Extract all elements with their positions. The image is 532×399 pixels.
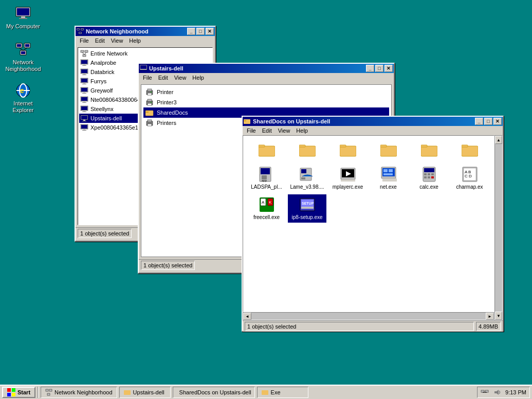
start-windows-icon: [7, 388, 15, 396]
shareddocs-menu-file[interactable]: File: [244, 126, 259, 135]
desktop-icon-ie[interactable]: e Internet Explorer: [5, 82, 41, 114]
svg-rect-36: [81, 79, 87, 82]
network-neighborhood-label: Network Neighborhood: [5, 59, 41, 72]
svg-rect-63: [148, 93, 152, 95]
network-titlebar[interactable]: Network Neighborhood _ □ ✕: [76, 27, 215, 36]
taskbar-item-exe[interactable]: Exe: [257, 387, 308, 398]
svg-rect-133: [301, 207, 314, 209]
upstairs-title-icon: [140, 65, 147, 72]
upstairs-status-text: 1 object(s) selected: [143, 262, 192, 268]
printer3-icon: [145, 98, 154, 106]
folder-6[interactable]: [450, 140, 489, 162]
network-icon: [15, 41, 31, 58]
file-ladspa[interactable]: app LADSPA_pl...: [247, 164, 286, 192]
upstairs-minimize-btn[interactable]: _: [366, 65, 374, 72]
network-minimize-btn[interactable]: _: [187, 28, 195, 35]
svg-rect-30: [82, 65, 86, 66]
folder-1[interactable]: [247, 140, 286, 162]
shareddocs-titlebar[interactable]: SharedDocs on Upstairs-dell _ □ ✕: [243, 117, 503, 126]
printer3-label: Printer3: [157, 99, 177, 105]
folder-4[interactable]: [369, 140, 408, 162]
svg-rect-48: [81, 106, 87, 110]
network-menu-file[interactable]: File: [77, 37, 92, 45]
upstairs-menu-help[interactable]: Help: [189, 74, 207, 82]
svg-rect-143: [262, 390, 268, 395]
upstairs-dell-icon: [80, 114, 88, 122]
svg-rect-106: [341, 179, 355, 182]
shareddocs-vscrollbar[interactable]: ▲ ▼: [494, 135, 503, 320]
upstairs-status-panel: 1 object(s) selected: [141, 261, 195, 270]
shareddocs-menu-help[interactable]: Help: [293, 126, 311, 135]
hscroll-track[interactable]: [251, 313, 486, 320]
printer-label: Printer: [157, 89, 173, 95]
vscroll-up-btn[interactable]: ▲: [495, 136, 502, 144]
upstairs-menu-file[interactable]: File: [140, 74, 155, 82]
upstairs-titlebar[interactable]: Upstairs-dell _ □ ✕: [139, 64, 394, 73]
file-mplayerc[interactable]: mplayerc.exe: [328, 164, 367, 192]
file-ip8-setup[interactable]: SETUP ip8-setup.exe: [288, 194, 326, 223]
taskbar-item-upstairs[interactable]: Upstairs-dell: [119, 387, 171, 398]
svg-text:SETUP: SETUP: [302, 202, 314, 205]
file-charmap[interactable]: A B C D charmap.ex: [450, 164, 489, 192]
folder-3[interactable]: [328, 140, 367, 162]
ip8-setup-icon: SETUP: [299, 196, 316, 213]
folder-5[interactable]: [410, 140, 448, 162]
upstairs-menu-edit[interactable]: Edit: [155, 74, 171, 82]
greywolf-label: Greywolf: [90, 87, 113, 94]
shareddocs-maximize-btn[interactable]: □: [484, 118, 492, 125]
hscroll-left-btn[interactable]: ◄: [243, 313, 251, 320]
taskbar-item-shareddocs[interactable]: SharedDocs on Upstairs-dell: [173, 387, 255, 398]
folder-2[interactable]: [288, 140, 326, 162]
desktop-icon-network[interactable]: Network Neighborhood: [5, 41, 41, 72]
network-menu-edit[interactable]: Edit: [92, 37, 108, 45]
hscroll-right-btn[interactable]: ►: [486, 313, 494, 320]
network-menu-view[interactable]: View: [108, 37, 126, 45]
network-win-controls: _ □ ✕: [187, 28, 214, 35]
file-freecell[interactable]: A K freecell.exe: [247, 194, 286, 223]
sidebar-item-entire-network[interactable]: Entire Network: [79, 49, 211, 58]
svg-rect-134: [7, 388, 11, 392]
svg-rect-19: [81, 29, 83, 30]
svg-rect-102: [301, 177, 305, 179]
shareddocs-hscrollbar[interactable]: ◄ ►: [243, 312, 494, 320]
file-lame[interactable]: Lame_v3.98....: [288, 164, 326, 192]
vscroll-track[interactable]: [495, 144, 502, 312]
svg-rect-91: [421, 145, 427, 147]
svg-rect-76: [244, 120, 246, 121]
svg-rect-49: [83, 111, 85, 112]
start-button[interactable]: Start: [2, 387, 35, 398]
upstairs-menu-view[interactable]: View: [171, 74, 190, 82]
shareddocs-minimize-btn[interactable]: _: [475, 118, 483, 125]
shareddocs-menu-edit[interactable]: Edit: [259, 126, 275, 135]
network-close-btn[interactable]: ✕: [206, 28, 214, 35]
ie-icon: e: [15, 82, 31, 99]
taskbar-item-network[interactable]: Network Neighborhood: [41, 387, 117, 398]
folder-4-icon: [380, 142, 397, 158]
net-label: net.exe: [380, 184, 397, 190]
shareddocs-close-btn[interactable]: ✕: [493, 118, 502, 125]
network-maximize-btn[interactable]: □: [196, 28, 205, 35]
file-calc[interactable]: calc.exe: [410, 164, 448, 192]
svg-rect-111: [389, 169, 393, 172]
upstairs-close-btn[interactable]: ✕: [384, 65, 393, 72]
shareddocs-menu-view[interactable]: View: [275, 126, 293, 135]
upstairs-item-printer[interactable]: Printer: [143, 87, 389, 97]
vscroll-down-btn[interactable]: ▼: [495, 312, 502, 320]
shareddocs-window: SharedDocs on Upstairs-dell _ □ ✕ File E…: [242, 116, 504, 332]
upstairs-maximize-btn[interactable]: □: [375, 65, 383, 72]
svg-rect-32: [81, 69, 87, 73]
ie-label: Internet Explorer: [13, 100, 34, 114]
svg-rect-120: [431, 176, 434, 178]
furrys-label: Furrys: [90, 78, 106, 84]
file-net[interactable]: net.exe: [369, 164, 408, 192]
taskbar: Start Network Neighborhood Upstairs-dell…: [0, 385, 532, 399]
taskbar-network-icon: [45, 389, 52, 396]
svg-rect-52: [81, 116, 87, 119]
network-menu-help[interactable]: Help: [126, 37, 144, 45]
upstairs-item-printer3[interactable]: Printer3: [143, 97, 389, 107]
desktop-icon-my-computer[interactable]: My Computer: [5, 5, 41, 30]
svg-rect-83: [340, 146, 356, 156]
calc-icon: [421, 166, 437, 183]
svg-rect-144: [481, 390, 484, 392]
nte-icon: [80, 96, 88, 104]
